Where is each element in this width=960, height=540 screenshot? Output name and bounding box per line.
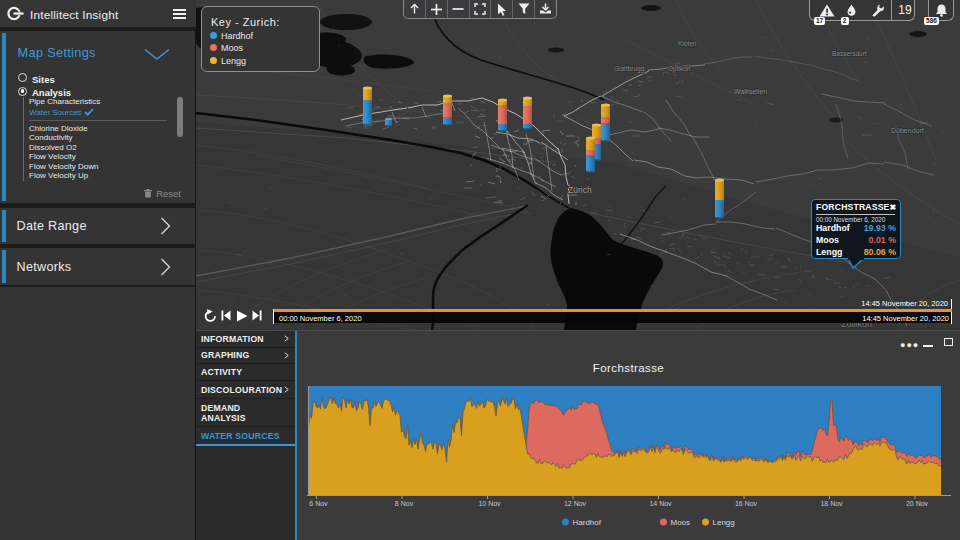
svg-text:8 Nov: 8 Nov xyxy=(395,500,414,507)
svg-text:Kloten: Kloten xyxy=(678,40,697,47)
svg-text:Lengg: Lengg xyxy=(713,518,735,527)
svg-text:Zürich: Zürich xyxy=(568,185,592,195)
svg-text:16 Nov: 16 Nov xyxy=(735,500,758,507)
svg-text:20 Nov: 20 Nov xyxy=(906,500,929,507)
svg-text:Opfikon: Opfikon xyxy=(668,65,691,73)
svg-text:Dübendorf: Dübendorf xyxy=(891,127,924,134)
svg-text:6 Nov: 6 Nov xyxy=(309,500,328,507)
svg-text:Moos: Moos xyxy=(671,518,691,527)
svg-text:Hardhof: Hardhof xyxy=(573,518,602,527)
svg-text:18 Nov: 18 Nov xyxy=(820,500,843,507)
svg-text:10 Nov: 10 Nov xyxy=(478,500,501,507)
svg-text:14 Nov: 14 Nov xyxy=(649,500,672,507)
svg-text:Wallisellen: Wallisellen xyxy=(734,88,767,95)
svg-text:Bassersdorf: Bassersdorf xyxy=(832,50,867,57)
svg-text:Glattbrugg: Glattbrugg xyxy=(614,65,645,73)
svg-text:12 Nov: 12 Nov xyxy=(564,500,587,507)
